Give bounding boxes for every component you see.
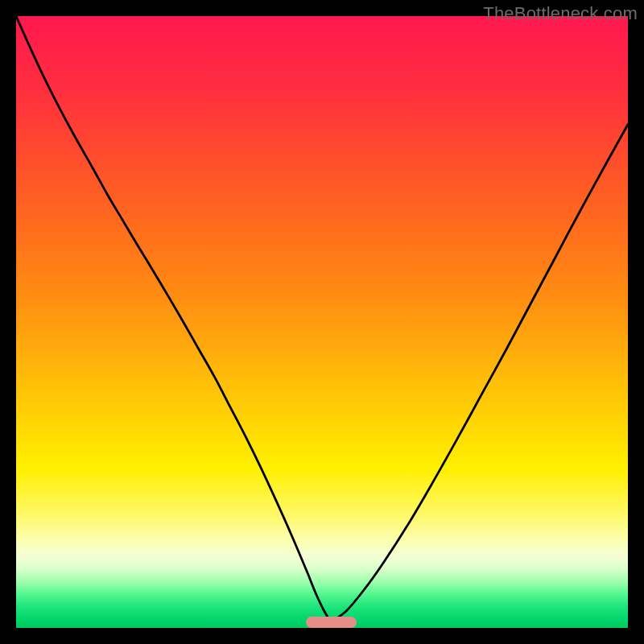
plot-area	[16, 16, 628, 628]
watermark-text: TheBottleneck.com	[483, 3, 638, 24]
heat-gradient-background	[16, 16, 628, 628]
optimal-range-marker	[306, 617, 356, 628]
heat-gradient-rect	[16, 16, 628, 628]
chart-stage: TheBottleneck.com	[0, 0, 644, 644]
